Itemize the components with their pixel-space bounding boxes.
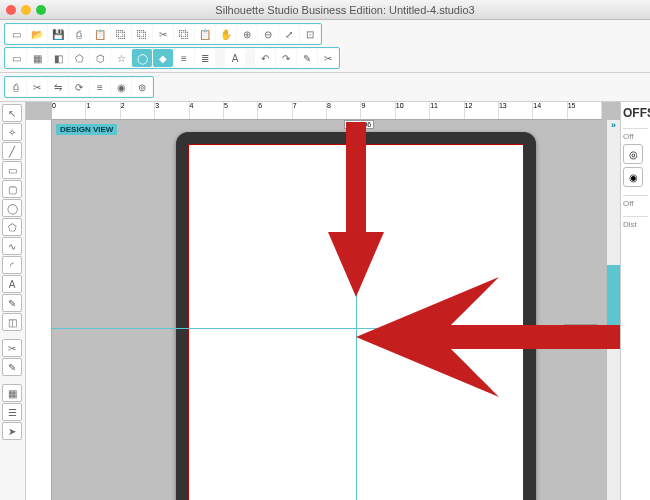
curve-button[interactable]: ∿ xyxy=(2,237,22,255)
mirror-button[interactable]: ⇋ xyxy=(48,78,68,96)
paste-button[interactable]: 📋 xyxy=(90,25,110,43)
layers-button[interactable]: ☰ xyxy=(2,403,22,421)
swatch-button[interactable]: ▦ xyxy=(2,384,22,402)
shape2-button[interactable]: ⬡ xyxy=(90,49,110,67)
target-button[interactable]: ⊚ xyxy=(132,78,152,96)
titlebar: Silhouette Studio Business Edition: Unti… xyxy=(0,0,650,20)
shape1-button[interactable]: ⬠ xyxy=(69,49,89,67)
ruler-horizontal[interactable]: 0123456789101112131415 xyxy=(52,102,602,120)
ruler-tick: 1 xyxy=(86,102,120,119)
cut-button[interactable]: ✂ xyxy=(27,78,47,96)
ruler-tick: 14 xyxy=(533,102,567,119)
canvas-area[interactable]: 6.062 , 5.665 0123456789101112131415 DES… xyxy=(26,102,620,500)
oval-button[interactable]: ◯ xyxy=(2,199,22,217)
left-toolbar: ↖✧╱▭▢◯⬠∿◜A✎◫✂✎▦☰➤ xyxy=(0,102,26,500)
trace-button[interactable]: ✎ xyxy=(297,49,317,67)
align-button[interactable]: ≡ xyxy=(90,78,110,96)
ruler-tick: 13 xyxy=(499,102,533,119)
max-window-icon[interactable] xyxy=(36,5,46,15)
page-button[interactable]: ▭ xyxy=(6,49,26,67)
draw-button[interactable]: ✎ xyxy=(2,294,22,312)
text-button[interactable]: A xyxy=(225,49,245,67)
shape5-button[interactable]: ◆ xyxy=(153,49,173,67)
ruler-tick: 12 xyxy=(465,102,499,119)
panel-section-2: Off xyxy=(623,195,648,208)
ruler-tick: 7 xyxy=(293,102,327,119)
eraser-button[interactable]: ◫ xyxy=(2,313,22,331)
dup-button[interactable]: ⿻ xyxy=(132,25,152,43)
ruler-tick: 6 xyxy=(258,102,292,119)
redo-button[interactable]: ↷ xyxy=(276,49,296,67)
rect-button[interactable]: ▭ xyxy=(2,161,22,179)
ruler-tick: 10 xyxy=(396,102,430,119)
min-window-icon[interactable] xyxy=(21,5,31,15)
expand-panels-top-icon[interactable]: » xyxy=(607,120,620,130)
open-button[interactable]: 📂 xyxy=(27,25,47,43)
zoomout-button[interactable]: ⊖ xyxy=(258,25,278,43)
knife2-button[interactable]: ✂ xyxy=(318,49,338,67)
ruler-tick: 8 xyxy=(327,102,361,119)
send-button[interactable]: ➤ xyxy=(2,422,22,440)
note-button[interactable]: ✎ xyxy=(2,358,22,376)
close-window-icon[interactable] xyxy=(6,5,16,15)
ruler-vertical[interactable] xyxy=(26,120,52,500)
fill-button[interactable]: ◧ xyxy=(48,49,68,67)
offset-out-icon[interactable]: ◎ xyxy=(623,144,643,164)
panel-heading: OFFS xyxy=(623,106,648,120)
zoom3-button[interactable]: ⊡ xyxy=(300,25,320,43)
print-button[interactable]: ⎙ xyxy=(6,78,26,96)
zoomin-button[interactable]: ⊕ xyxy=(237,25,257,43)
window-title: Silhouette Studio Business Edition: Unti… xyxy=(46,4,644,16)
edit-button[interactable]: ✧ xyxy=(2,123,22,141)
copy2-button[interactable]: ⿻ xyxy=(174,25,194,43)
poly-button[interactable]: ⬠ xyxy=(2,218,22,236)
shape3-button[interactable]: ☆ xyxy=(111,49,131,67)
hand-button[interactable]: ✋ xyxy=(216,25,236,43)
weld-button[interactable]: ◉ xyxy=(111,78,131,96)
paste2-button[interactable]: 📋 xyxy=(195,25,215,43)
line-button[interactable]: ╱ xyxy=(2,142,22,160)
panel-section-1: Off xyxy=(623,128,648,141)
ruler-tick: 11 xyxy=(430,102,464,119)
grid-button[interactable]: ▦ xyxy=(27,49,47,67)
ruler-tick: 4 xyxy=(190,102,224,119)
save-button[interactable]: 💾 xyxy=(48,25,68,43)
view-mode-badge: DESIGN VIEW xyxy=(56,124,117,135)
ruler-tick: 5 xyxy=(224,102,258,119)
annotation-arrow-down-icon xyxy=(326,122,386,297)
shape4-button[interactable]: ◯ xyxy=(132,49,152,67)
ruler-tick: 15 xyxy=(568,102,602,119)
annotation-arrow-left-icon xyxy=(356,277,620,397)
save2-button[interactable]: ⎙ xyxy=(69,25,89,43)
line1-button[interactable]: ≡ xyxy=(174,49,194,67)
line2-button[interactable]: ≣ xyxy=(195,49,215,67)
offset-in-icon[interactable]: ◉ xyxy=(623,167,643,187)
ruler-tick: 3 xyxy=(155,102,189,119)
new-button[interactable]: ▭ xyxy=(6,25,26,43)
text-button[interactable]: A xyxy=(2,275,22,293)
undo-button[interactable]: ↶ xyxy=(255,49,275,67)
cut-button[interactable]: ✂ xyxy=(153,25,173,43)
select-button[interactable]: ↖ xyxy=(2,104,22,122)
rotate-button[interactable]: ⟳ xyxy=(69,78,89,96)
copy-button[interactable]: ⿻ xyxy=(111,25,131,43)
panel-distance-label: Dist xyxy=(623,216,648,229)
ruler-tick: 9 xyxy=(361,102,395,119)
offset-panel[interactable]: OFFS Off ◎ ◉ Off Dist xyxy=(620,102,650,500)
rrect-button[interactable]: ▢ xyxy=(2,180,22,198)
knife-button[interactable]: ✂ xyxy=(2,339,22,357)
toolbar-row-2: ⎙✂⇋⟳≡◉⊚ xyxy=(0,73,650,102)
toolbar-row-1: ▭📂💾⎙📋⿻⿻✂⿻📋✋⊕⊖⤢⊡▭▦◧⬠⬡☆◯◆≡≣A↶↷✎✂ xyxy=(0,20,650,73)
traffic-lights xyxy=(6,5,46,15)
ruler-tick: 2 xyxy=(121,102,155,119)
ruler-tick: 0 xyxy=(52,102,86,119)
arc-button[interactable]: ◜ xyxy=(2,256,22,274)
zoomfit-button[interactable]: ⤢ xyxy=(279,25,299,43)
